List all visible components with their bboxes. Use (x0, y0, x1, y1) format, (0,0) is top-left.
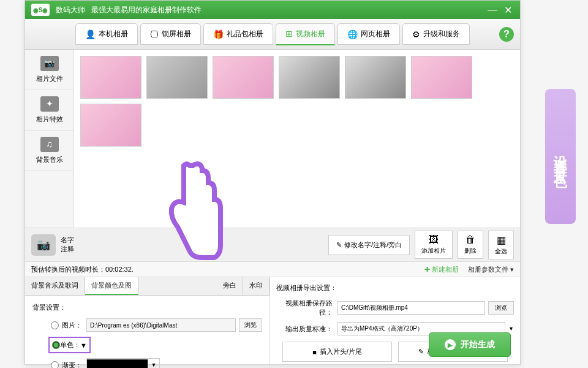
action-bar: 📷 名字 注释 ✎修改名字/注释/旁白 🖼添加相片 🗑删除 ▦全选 (25, 228, 520, 261)
grid-icon: ▦ (497, 234, 506, 246)
edit-icon: ✎ (336, 241, 342, 249)
radio-solid-color[interactable] (52, 341, 60, 349)
photo-thumbnail[interactable] (146, 56, 208, 99)
browse-save-button[interactable]: 浏览 (488, 301, 514, 315)
bg-settings-content: 背景设置： 图片： D:\Program es (x86)\DigitalMas… (25, 296, 270, 368)
tab-local-album[interactable]: 👤本机相册 (75, 23, 138, 45)
select-all-button[interactable]: ▦全选 (488, 231, 514, 259)
tab-upgrade[interactable]: ⚙升级和服务 (402, 23, 470, 45)
quality-label: 输出质量标准： (276, 324, 337, 334)
subtab-watermark[interactable]: 水印 (243, 277, 270, 295)
radio-gradient[interactable] (51, 361, 59, 369)
radio-image[interactable] (51, 321, 59, 329)
person-icon: 👤 (85, 29, 96, 39)
save-path-input[interactable] (337, 301, 485, 315)
delete-button[interactable]: 🗑删除 (458, 231, 483, 259)
photo-thumbnail[interactable] (213, 56, 274, 99)
app-logo: ◉S◉ (31, 4, 50, 16)
radio-gradient-label: 渐变： (62, 361, 86, 369)
image-path-field[interactable]: D:\Program es (x86)\DigitalMast (86, 318, 236, 332)
radio-image-label: 图片： (62, 321, 86, 330)
chevron-down-icon: ▼ (508, 326, 514, 332)
gear-icon: ⚙ (412, 29, 420, 39)
video-icon: ■ (312, 348, 317, 356)
photo-thumbnail[interactable] (411, 56, 472, 99)
camera-icon: 📷 (40, 56, 59, 71)
sub-tabs: 背景音乐及歌词 背景颜色及图 旁白 水印 (25, 277, 270, 296)
radio-color-label: 单色： (60, 340, 80, 350)
play-icon: ▶ (445, 339, 456, 350)
top-tabs: 👤本机相册 🖵锁屏相册 🎁礼品包相册 ⊞视频相册 🌐网页相册 ⚙升级和服务 ? (25, 19, 520, 50)
nav-photo-files[interactable]: 📷相片文件 (25, 50, 74, 90)
tab-web-album[interactable]: 🌐网页相册 (337, 23, 400, 45)
globe-icon: 🌐 (347, 29, 358, 39)
gift-icon: 🎁 (213, 29, 224, 39)
subtab-music[interactable]: 背景音乐及歌词 (25, 277, 85, 295)
app-window: ◉S◉ 数码大师 最强大最易用的家庭相册制作软件 — ✕ 👤本机相册 🖵锁屏相册… (24, 0, 521, 365)
insert-head-button[interactable]: ■插入片头/片尾 (282, 342, 392, 362)
chevron-down-icon: ▼ (80, 342, 87, 349)
side-nav: 📷相片文件 ✦相片特效 ♫背景音乐 (25, 50, 74, 228)
thumbnail-area (74, 50, 520, 228)
subtab-narration[interactable]: 旁白 (217, 277, 243, 295)
chevron-down-icon: ▾ (510, 266, 514, 274)
main-area: 📷相片文件 ✦相片特效 ♫背景音乐 (25, 50, 520, 228)
edit-icon: ✎ (418, 348, 424, 356)
plus-icon: ✚ (424, 266, 430, 274)
add-photo-button[interactable]: 🖼添加相片 (415, 231, 453, 259)
minimize-button[interactable]: — (486, 4, 499, 16)
save-path-label: 视频相册保存路径： (276, 299, 337, 317)
left-settings-panel: 背景音乐及歌词 背景颜色及图 旁白 水印 背景设置： 图片： D:\Progra… (25, 277, 270, 368)
subtab-background[interactable]: 背景颜色及图 (85, 277, 138, 295)
start-generate-button[interactable]: ▶ 开始生成 (429, 332, 511, 357)
modify-name-button[interactable]: ✎修改名字/注释/旁白 (328, 235, 410, 255)
sparkle-icon: ✦ (40, 96, 59, 112)
export-section-title: 视频相册导出设置： (276, 283, 514, 293)
status-bar: 预估转换后的视频时长：00:02:32. ✚新建相册 相册参数文件▾ (25, 261, 520, 277)
params-file-link[interactable]: 相册参数文件▾ (468, 265, 514, 274)
photo-thumbnail[interactable] (80, 104, 141, 147)
gradient-swatch (87, 359, 148, 368)
browse-image-button[interactable]: 浏览 (239, 318, 262, 332)
add-image-icon: 🖼 (429, 234, 439, 245)
app-tagline: 最强大最易用的家庭相册制作软件 (91, 5, 202, 15)
tab-lock-album[interactable]: 🖵锁屏相册 (140, 23, 201, 45)
name-note-labels: 名字 注释 (61, 236, 74, 254)
tab-video-album[interactable]: ⊞视频相册 (276, 23, 335, 45)
close-button[interactable]: ✕ (502, 4, 514, 16)
color-selector[interactable]: ▼ (80, 342, 87, 349)
estimate-text: 预估转换后的视频时长：00:02:32. (31, 265, 134, 274)
trash-icon: 🗑 (466, 234, 475, 245)
color-highlight-box: 单色： ▼ (48, 337, 91, 353)
help-button[interactable]: ? (499, 27, 514, 42)
new-album-link[interactable]: ✚新建相册 (424, 265, 459, 274)
title-bar: ◉S◉ 数码大师 最强大最易用的家庭相册制作软件 — ✕ (25, 1, 520, 19)
app-name: 数码大师 (56, 5, 85, 15)
nav-photo-effects[interactable]: ✦相片特效 (25, 90, 74, 131)
photo-thumbnail[interactable] (345, 56, 406, 99)
gradient-selector[interactable]: ▼ (86, 358, 160, 368)
bg-section-label: 背景设置： (32, 303, 262, 312)
music-icon: ♫ (40, 137, 59, 152)
monitor-icon: 🖵 (150, 29, 159, 39)
photo-thumbnail[interactable] (279, 56, 340, 99)
camera-preview-icon: 📷 (31, 234, 56, 256)
photo-thumbnail[interactable] (80, 56, 141, 99)
chevron-down-icon: ▼ (148, 362, 159, 368)
film-icon: ⊞ (285, 29, 293, 39)
tutorial-side-label: 设置背景色 (545, 89, 576, 224)
nav-bg-music[interactable]: ♫背景音乐 (25, 131, 74, 171)
tab-gift-album[interactable]: 🎁礼品包相册 (203, 23, 273, 45)
